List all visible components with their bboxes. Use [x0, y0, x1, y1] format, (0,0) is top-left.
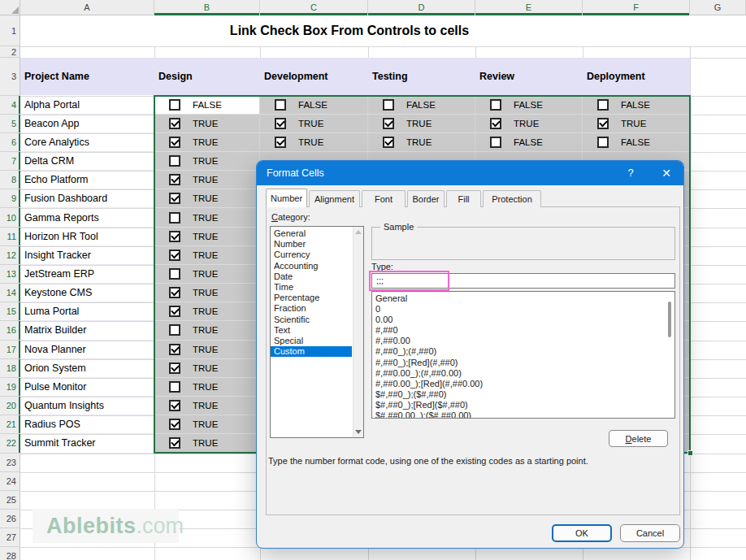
project-name-cell[interactable]: Core Analytics: [20, 133, 154, 152]
status-cell[interactable]: TRUE: [475, 115, 583, 133]
status-cell[interactable]: FALSE: [583, 96, 690, 115]
format-code-item[interactable]: 0.00: [372, 315, 663, 325]
status-cell[interactable]: FALSE: [368, 96, 475, 115]
row-header[interactable]: 3: [0, 58, 20, 96]
category-item[interactable]: Accounting: [271, 261, 352, 271]
delete-button[interactable]: Delete: [609, 430, 668, 447]
checkbox-icon[interactable]: [169, 118, 180, 129]
project-name-cell[interactable]: Luma Portal: [20, 302, 154, 321]
project-name-cell[interactable]: Alpha Portal: [20, 96, 154, 115]
project-name-cell[interactable]: Pulse Monitor: [20, 378, 154, 397]
project-name-cell[interactable]: Quantum Insights: [20, 397, 154, 415]
row-header[interactable]: 2: [0, 46, 20, 58]
checkbox-icon[interactable]: [169, 306, 180, 317]
status-cell[interactable]: TRUE: [154, 265, 260, 284]
row-header[interactable]: 13: [0, 265, 20, 284]
status-cell[interactable]: TRUE: [154, 133, 260, 152]
status-cell[interactable]: TRUE: [583, 115, 690, 133]
project-name-cell[interactable]: Radius POS: [20, 415, 154, 434]
format-code-item[interactable]: #,##0_);(#,##0): [372, 346, 663, 357]
project-name-cell[interactable]: Gamma Reports: [20, 208, 154, 227]
row-header[interactable]: 11: [0, 228, 20, 246]
checkbox-icon[interactable]: [169, 99, 180, 111]
column-header[interactable]: F: [583, 0, 690, 15]
checkbox-icon[interactable]: [169, 137, 180, 148]
project-name-cell[interactable]: JetStream ERP: [20, 265, 154, 284]
status-cell[interactable]: FALSE: [260, 96, 368, 115]
checkbox-icon[interactable]: [169, 400, 180, 411]
project-name-cell[interactable]: Keystone CMS: [20, 284, 154, 302]
checkbox-icon[interactable]: [169, 344, 180, 355]
checkbox-icon[interactable]: [169, 437, 180, 449]
row-header[interactable]: 6: [0, 133, 20, 152]
row-header[interactable]: 22: [0, 434, 20, 453]
select-all-button[interactable]: [0, 0, 20, 15]
project-name-cell[interactable]: Nova Planner: [20, 341, 154, 359]
checkbox-icon[interactable]: [275, 118, 286, 129]
row-header[interactable]: 24: [0, 472, 20, 491]
status-cell[interactable]: TRUE: [260, 133, 368, 152]
status-cell[interactable]: TRUE: [154, 228, 260, 246]
dialog-tab[interactable]: Number: [266, 189, 307, 207]
status-cell[interactable]: TRUE: [154, 378, 260, 397]
close-icon[interactable]: ✕: [655, 161, 678, 185]
status-cell[interactable]: TRUE: [154, 171, 260, 189]
checkbox-icon[interactable]: [169, 381, 180, 393]
dialog-tab[interactable]: Font: [362, 190, 406, 207]
row-header[interactable]: 27: [0, 528, 20, 547]
row-header[interactable]: 10: [0, 208, 20, 227]
project-name-cell[interactable]: Delta CRM: [20, 152, 154, 171]
status-cell[interactable]: TRUE: [154, 359, 260, 378]
checkbox-icon[interactable]: [169, 268, 180, 280]
category-item[interactable]: Date: [271, 271, 352, 282]
checkbox-icon[interactable]: [275, 137, 286, 148]
project-name-cell[interactable]: Matrix Builder: [20, 321, 154, 340]
format-code-item[interactable]: #,##0.00: [372, 336, 663, 346]
checkbox-icon[interactable]: [490, 99, 501, 111]
project-name-cell[interactable]: Horizon HR Tool: [20, 228, 154, 246]
row-header[interactable]: 19: [0, 378, 20, 397]
category-item[interactable]: Time: [271, 282, 352, 293]
project-name-cell[interactable]: Orion System: [20, 359, 154, 378]
status-cell[interactable]: FALSE: [475, 96, 583, 115]
status-cell[interactable]: TRUE: [154, 152, 260, 171]
scroll-up-icon[interactable]: [355, 230, 362, 234]
project-name-cell[interactable]: Fusion Dashboard: [20, 189, 154, 208]
checkbox-icon[interactable]: [490, 137, 501, 148]
project-name-cell[interactable]: Beacon App: [20, 115, 154, 133]
column-header[interactable]: E: [475, 0, 583, 15]
checkbox-icon[interactable]: [169, 324, 180, 336]
ok-button[interactable]: OK: [552, 524, 612, 542]
row-header[interactable]: 14: [0, 284, 20, 302]
status-cell[interactable]: TRUE: [368, 133, 475, 152]
dialog-tab[interactable]: Fill: [446, 190, 481, 207]
status-cell[interactable]: TRUE: [154, 189, 260, 208]
status-cell[interactable]: FALSE: [475, 133, 583, 152]
category-item[interactable]: Custom: [271, 346, 352, 357]
status-cell[interactable]: TRUE: [154, 208, 260, 227]
status-cell[interactable]: TRUE: [154, 341, 260, 359]
status-cell[interactable]: TRUE: [154, 434, 260, 453]
column-header[interactable]: C: [260, 0, 368, 15]
format-code-item[interactable]: #,##0.00_);(#,##0.00): [372, 368, 663, 379]
format-code-item[interactable]: $#,##0.00_);($#,##0.00): [372, 410, 663, 419]
checkbox-icon[interactable]: [169, 193, 180, 204]
project-name-cell[interactable]: Echo Platform: [20, 171, 154, 189]
row-header[interactable]: 4: [0, 96, 20, 115]
row-header[interactable]: 1: [0, 15, 20, 46]
dialog-titlebar[interactable]: Format Cells ? ✕: [257, 161, 683, 185]
status-cell[interactable]: TRUE: [154, 302, 260, 321]
row-header[interactable]: 7: [0, 152, 20, 171]
checkbox-icon[interactable]: [490, 118, 501, 129]
project-name-cell[interactable]: Summit Tracker: [20, 434, 154, 453]
type-scrollbar[interactable]: [664, 292, 674, 418]
status-cell[interactable]: TRUE: [368, 115, 475, 133]
checkbox-icon[interactable]: [169, 362, 180, 374]
dialog-tab[interactable]: Protection: [483, 190, 541, 207]
category-scrollbar[interactable]: [353, 227, 363, 437]
row-header[interactable]: 17: [0, 341, 20, 359]
checkbox-icon[interactable]: [169, 155, 180, 167]
status-cell[interactable]: TRUE: [154, 321, 260, 340]
row-header[interactable]: 26: [0, 510, 20, 528]
column-header[interactable]: D: [368, 0, 475, 15]
